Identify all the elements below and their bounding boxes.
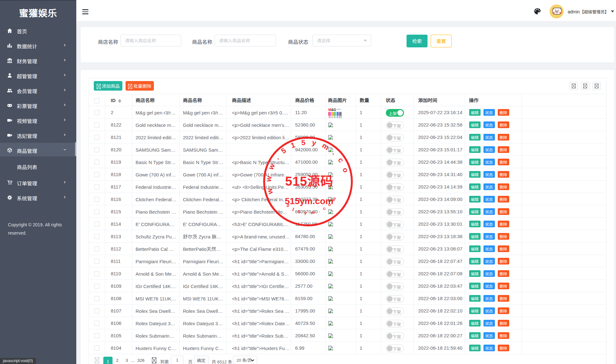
svg-text:515源码: 515源码 <box>285 171 333 189</box>
svg-text:M&G: M&G <box>328 108 336 112</box>
svg-text:●micro: ●micro <box>337 108 341 110</box>
